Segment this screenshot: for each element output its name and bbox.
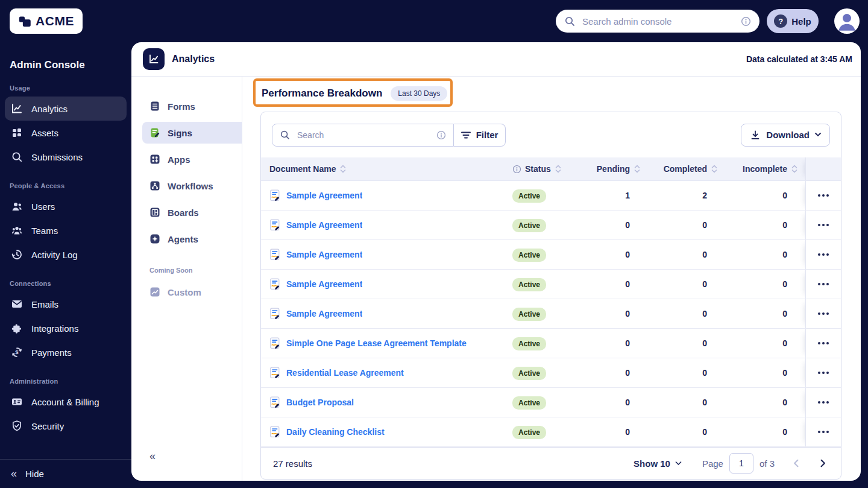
row-actions-button[interactable]	[814, 191, 832, 200]
column-header-completed[interactable]: Completed	[648, 164, 725, 174]
column-header-pending[interactable]: Pending	[585, 164, 648, 174]
table-row: Simple One Page Lease Agreement Template…	[261, 329, 841, 358]
page-number-input[interactable]	[729, 453, 753, 474]
document-link[interactable]: Sample Agreement	[286, 250, 362, 259]
workflows-icon	[149, 180, 160, 191]
show-per-page-select[interactable]: Show 10	[630, 458, 685, 469]
previous-page-button[interactable]	[790, 457, 802, 470]
sign-document-icon	[269, 396, 280, 408]
completed-value: 2	[648, 191, 725, 200]
subnav-item-workflows[interactable]: Workflows	[142, 175, 242, 197]
row-actions-button[interactable]	[814, 279, 832, 289]
search-icon	[564, 16, 575, 27]
activity-log-clock-icon	[11, 249, 23, 261]
document-link[interactable]: Residential Lease Agreement	[286, 368, 404, 378]
document-link[interactable]: Daily Cleaning Checklist	[286, 427, 385, 437]
document-link[interactable]: Simple One Page Lease Agreement Template	[286, 338, 467, 348]
sort-icon[interactable]	[339, 165, 347, 173]
topbar: ACME ? Help	[0, 0, 868, 42]
performance-table-card: Filter Download Document Name	[260, 112, 841, 480]
row-actions-button[interactable]	[814, 338, 832, 348]
admin-search-input[interactable]	[581, 16, 735, 27]
sidebar-item-emails[interactable]: Emails	[5, 292, 127, 316]
sidebar-item-users[interactable]: Users	[5, 194, 127, 218]
status-badge: Active	[512, 249, 546, 262]
table-footer: 27 results Show 10 Page of 3	[261, 447, 841, 479]
column-header-document-name[interactable]: Document Name	[261, 164, 512, 174]
subnav-item-forms[interactable]: Forms	[142, 95, 242, 117]
sign-document-icon	[269, 278, 280, 290]
next-page-button[interactable]	[817, 457, 829, 470]
pending-value: 0	[585, 398, 648, 407]
filter-button[interactable]: Filter	[454, 124, 506, 147]
sidebar-item-submissions[interactable]: Submissions	[5, 145, 127, 169]
document-link[interactable]: Sample Agreement	[286, 191, 362, 200]
table-search-input[interactable]	[296, 130, 430, 141]
sort-icon[interactable]	[634, 165, 641, 173]
subnav-collapse-button[interactable]: «	[149, 450, 156, 463]
sort-icon[interactable]	[555, 165, 562, 173]
subnav-item-signs[interactable]: Signs	[142, 122, 242, 144]
document-link[interactable]: Sample Agreement	[286, 279, 362, 289]
subnav-item-custom[interactable]: Custom	[142, 281, 242, 303]
sidebar-item-security[interactable]: Security	[5, 414, 127, 438]
sidebar-item-label: Payments	[31, 347, 72, 358]
pending-value: 0	[585, 338, 648, 348]
subnav-item-label: Boards	[168, 208, 199, 218]
sidebar-hide-button[interactable]: « Hide	[0, 459, 131, 488]
document-link[interactable]: Sample Agreement	[286, 220, 362, 230]
chevron-down-icon	[815, 133, 821, 137]
subnav-item-boards[interactable]: Boards	[142, 201, 242, 223]
table-header-row: Document Name Status Pending	[261, 157, 841, 181]
magnifier-icon	[11, 151, 23, 163]
sort-icon[interactable]	[791, 165, 798, 173]
pending-value: 0	[585, 220, 648, 230]
download-icon	[750, 130, 761, 141]
acme-logo-mark-icon	[18, 14, 33, 28]
subnav-item-apps[interactable]: Apps	[142, 148, 242, 170]
column-header-status[interactable]: Status	[512, 164, 585, 174]
sidebar-item-label: Analytics	[31, 104, 68, 114]
incomplete-value: 0	[725, 338, 805, 348]
user-avatar[interactable]	[834, 8, 860, 34]
incomplete-value: 0	[725, 309, 805, 318]
row-actions-button[interactable]	[814, 368, 832, 378]
period-badge: Last 30 Days	[391, 86, 447, 101]
table-search-bar[interactable]	[272, 124, 454, 147]
subnav-item-label: Workflows	[168, 181, 213, 191]
admin-search-bar[interactable]	[556, 10, 760, 33]
sidebar-item-assets[interactable]: Assets	[5, 121, 127, 145]
row-actions-button[interactable]	[814, 398, 832, 407]
sidebar-item-integrations[interactable]: Integrations	[5, 316, 127, 340]
sign-document-icon	[269, 189, 280, 201]
row-actions-button[interactable]	[814, 309, 832, 318]
document-link[interactable]: Budget Proposal	[286, 398, 354, 407]
incomplete-value: 0	[725, 250, 805, 259]
sidebar-item-account-billing[interactable]: Account & Billing	[5, 390, 127, 414]
subnav-item-agents[interactable]: Agents	[142, 228, 242, 250]
sidebar-item-activity-log[interactable]: Activity Log	[5, 242, 127, 267]
table-row: Residential Lease Agreement Active 0 0 0	[261, 358, 841, 388]
row-actions-button[interactable]	[814, 220, 832, 230]
analytics-page-icon	[143, 48, 165, 70]
row-actions-button[interactable]	[814, 427, 832, 437]
hide-label: Hide	[25, 469, 44, 479]
sidebar-item-analytics[interactable]: Analytics	[5, 97, 127, 121]
puzzle-icon	[11, 322, 23, 334]
pending-value: 0	[585, 250, 648, 259]
status-badge: Active	[512, 426, 546, 439]
column-header-incomplete[interactable]: Incomplete	[725, 164, 805, 174]
status-badge: Active	[512, 278, 546, 291]
acme-logo[interactable]: ACME	[10, 8, 83, 34]
sidebar-item-teams[interactable]: Teams	[5, 218, 127, 242]
sort-icon[interactable]	[711, 165, 718, 173]
sidebar-item-payments[interactable]: $ Payments	[5, 340, 127, 364]
incomplete-value: 0	[725, 279, 805, 289]
document-link[interactable]: Sample Agreement	[286, 309, 362, 318]
help-button[interactable]: ? Help	[767, 9, 819, 33]
table-row: Sample Agreement Active 0 0 0	[261, 240, 841, 270]
incomplete-value: 0	[725, 427, 805, 437]
apps-icon	[149, 154, 160, 165]
row-actions-button[interactable]	[814, 250, 832, 259]
download-button[interactable]: Download	[741, 124, 830, 147]
